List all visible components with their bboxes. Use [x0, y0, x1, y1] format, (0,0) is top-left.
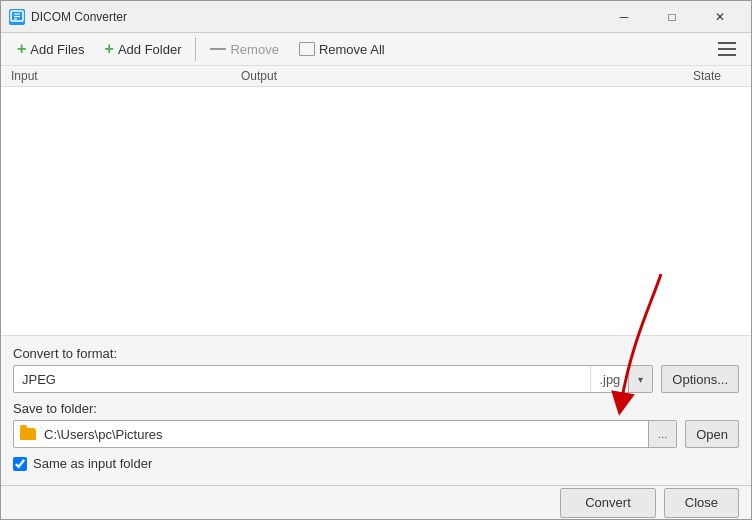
window-close-button[interactable]: ✕ — [697, 1, 743, 33]
menu-button[interactable] — [711, 33, 743, 65]
remove-all-label: Remove All — [319, 42, 385, 57]
checkbox-row: Same as input folder — [13, 456, 739, 471]
hamburger-icon — [718, 54, 736, 56]
format-select-ext: .jpg — [590, 366, 628, 392]
app-window: DICOM Converter ─ □ ✕ + Add Files + Add … — [0, 0, 752, 520]
toolbar: + Add Files + Add Folder Remove Remove A… — [1, 33, 751, 66]
options-button[interactable]: Options... — [661, 365, 739, 393]
same-as-input-checkbox[interactable] — [13, 457, 27, 471]
folder-label: Save to folder: — [13, 401, 97, 416]
add-folder-button[interactable]: + Add Folder — [97, 36, 190, 62]
format-label: Convert to format: — [13, 346, 117, 361]
maximize-button[interactable]: □ — [649, 1, 695, 33]
remove-all-icon — [299, 42, 315, 56]
folder-browse-button[interactable]: ... — [648, 421, 676, 447]
folder-input-row: C:\Users\pc\Pictures ... Open — [13, 420, 739, 448]
add-folder-label: Add Folder — [118, 42, 182, 57]
remove-icon — [210, 48, 226, 50]
open-folder-button[interactable]: Open — [685, 420, 739, 448]
remove-all-button[interactable]: Remove All — [291, 38, 393, 61]
title-bar: DICOM Converter ─ □ ✕ — [1, 1, 751, 33]
add-files-icon: + — [17, 40, 26, 58]
folder-icon-box — [14, 421, 38, 447]
app-title: DICOM Converter — [31, 10, 127, 24]
action-bar: Convert Close — [1, 485, 751, 519]
file-list-header: Input Output State — [1, 66, 751, 87]
folder-icon — [20, 428, 36, 440]
column-output: Output — [241, 69, 661, 83]
hamburger-icon — [718, 48, 736, 50]
close-button[interactable]: Close — [664, 488, 739, 518]
title-bar-left: DICOM Converter — [9, 9, 127, 25]
remove-button[interactable]: Remove — [202, 38, 286, 61]
format-row: Convert to format: — [13, 346, 739, 361]
remove-label: Remove — [230, 42, 278, 57]
add-files-button[interactable]: + Add Files — [9, 36, 93, 62]
add-files-label: Add Files — [30, 42, 84, 57]
format-select-container[interactable]: JPEG .jpg ▾ — [13, 365, 653, 393]
title-bar-controls: ─ □ ✕ — [601, 1, 743, 33]
folder-label-row: Save to folder: — [13, 401, 739, 416]
folder-input-container[interactable]: C:\Users\pc\Pictures ... — [13, 420, 677, 448]
file-list-body — [1, 87, 751, 335]
hamburger-icon — [718, 42, 736, 44]
column-input: Input — [11, 69, 241, 83]
column-state: State — [661, 69, 741, 83]
minimize-button[interactable]: ─ — [601, 1, 647, 33]
convert-button[interactable]: Convert — [560, 488, 656, 518]
format-select-row: JPEG .jpg ▾ Options... — [13, 365, 739, 393]
toolbar-separator-1 — [195, 37, 196, 61]
app-icon — [9, 9, 25, 25]
folder-path: C:\Users\pc\Pictures — [38, 427, 648, 442]
bottom-panel: Convert to format: JPEG .jpg ▾ Options..… — [1, 335, 751, 485]
format-select-value: JPEG — [14, 372, 590, 387]
add-folder-icon: + — [105, 40, 114, 58]
same-as-input-label: Same as input folder — [33, 456, 152, 471]
format-dropdown-arrow[interactable]: ▾ — [628, 366, 652, 392]
